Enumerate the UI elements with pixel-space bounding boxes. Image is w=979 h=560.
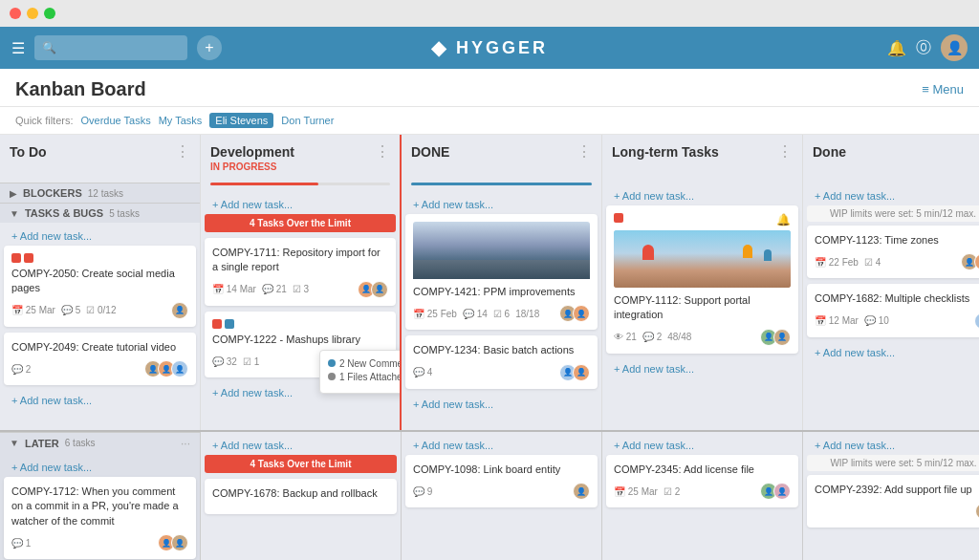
- card-compy-1712[interactable]: COMPY-1712: When you comment on a commit…: [4, 477, 196, 559]
- filter-don[interactable]: Don Turner: [281, 115, 334, 126]
- col-subtitle-dev: IN PROGRESS: [210, 162, 294, 172]
- hamburger-icon[interactable]: ☰: [11, 39, 25, 57]
- card-title-1234: COMPY-1234: Basic batch actions: [413, 343, 590, 357]
- add-task-todo[interactable]: + Add new task...: [4, 226, 196, 246]
- add-task-todo-2[interactable]: + Add new task...: [4, 391, 196, 410]
- date-1123: 📅 22 Feb: [815, 257, 859, 268]
- later-col-todo: ▼ LATER 6 tasks ··· + Add new task... CO…: [0, 432, 201, 560]
- user-avatar[interactable]: 👤: [941, 34, 968, 61]
- card-title-2050: COMPY-2050: Create social media pages: [11, 267, 188, 296]
- menu-link[interactable]: ≡ Menu: [922, 82, 964, 97]
- later-menu[interactable]: ···: [181, 437, 190, 450]
- later-col-longterm: + Add new task... COMPY-2345: Add licens…: [602, 432, 803, 560]
- add-task-done-inner[interactable]: + Add new task...: [405, 195, 598, 214]
- card-meta-1712: 💬 1 👤 👤: [11, 534, 188, 551]
- card-meta-2392: 👤: [815, 503, 979, 520]
- add-task-later-dev[interactable]: + Add new task...: [205, 436, 397, 455]
- maximize-dot[interactable]: [44, 8, 55, 19]
- help-icon[interactable]: ⓪: [916, 38, 931, 58]
- col-menu-todo[interactable]: ⋮: [175, 144, 190, 160]
- add-task-later-done-final[interactable]: + Add new task...: [807, 436, 979, 455]
- card-meta-1682: 📅 12 Mar 💬 10 👤: [815, 312, 979, 330]
- quick-filters-label: Quick filters:: [15, 115, 74, 126]
- top-nav: ☰ 🔍 + ◆ HYGGER 🔔 ⓪ 👤: [0, 27, 979, 69]
- search-bar[interactable]: 🔍: [34, 35, 187, 60]
- date-2050: 📅 25 Mar: [11, 305, 55, 315]
- notification-icon[interactable]: 🔔: [887, 39, 906, 57]
- avatar-1711-2: 👤: [371, 281, 388, 298]
- comments-1112: 💬 2: [642, 332, 662, 342]
- comments-1098: 💬 9: [413, 486, 432, 497]
- tooltip-1222: 2 New Comments 1 Files Attached: [319, 350, 400, 394]
- card-compy-1222[interactable]: COMPY-1222 - Mashups library 💬 32 ☑ 1 👤 …: [205, 312, 396, 377]
- score-1711: ☑ 3: [293, 284, 309, 294]
- priority-dot-red2: [24, 253, 33, 263]
- card-compy-1098[interactable]: COMPY-1098: Link board entity 💬 9 👤: [405, 455, 598, 507]
- add-task-later-done[interactable]: + Add new task...: [405, 436, 598, 455]
- date-1682: 📅 12 Mar: [815, 315, 859, 326]
- add-task-done-final[interactable]: + Add new task...: [807, 186, 979, 205]
- date-1421: 📅 25 Feb: [413, 309, 457, 319]
- done-inner-bar: [411, 183, 592, 185]
- card-compy-1112[interactable]: 🔔 COMPY-1112: Support portal integration…: [606, 205, 798, 354]
- later-toggle: ▼: [10, 438, 19, 448]
- col-menu-longterm[interactable]: ⋮: [777, 144, 793, 160]
- add-task-later-longterm[interactable]: + Add new task...: [606, 436, 798, 455]
- add-task-longterm[interactable]: + Add new task...: [606, 186, 798, 205]
- comments-1682: 💬 10: [864, 315, 889, 326]
- card-compy-1678[interactable]: COMPY-1678: Backup and rollback: [205, 479, 397, 514]
- filter-overdue[interactable]: Overdue Tasks: [81, 115, 151, 126]
- dev-progress-bar: [210, 183, 318, 185]
- minimize-dot[interactable]: [27, 8, 38, 19]
- card-compy-2050[interactable]: COMPY-2050: Create social media pages 📅 …: [4, 246, 196, 327]
- title-bar: [0, 0, 979, 27]
- nav-left: ☰ 🔍 +: [11, 35, 222, 60]
- section-tasks-bugs[interactable]: ▼ TASKS & BUGS 5 tasks: [0, 203, 200, 223]
- col-title-dev: Development: [210, 144, 294, 160]
- card-compy-2049[interactable]: COMPY-2049: Create tutorial video 💬 2 👤 …: [4, 333, 196, 385]
- brand-icon: ◆: [431, 36, 448, 59]
- card-title-1222: COMPY-1222 - Mashups library: [212, 333, 388, 347]
- avatar-2392-1: 👤: [975, 503, 979, 520]
- card-title-2049: COMPY-2049: Create tutorial video: [11, 340, 188, 355]
- close-dot[interactable]: [10, 8, 21, 19]
- card-compy-1421[interactable]: COMPY-1421: PPM improvements 📅 25 Feb 💬 …: [405, 214, 598, 330]
- tooltip-files: 1 Files Attached: [339, 372, 400, 382]
- card-title-1123: COMPY-1123: Time zones: [815, 233, 979, 248]
- avatar-2345-2: 👤: [773, 483, 791, 500]
- card-meta-2049: 💬 2 👤 👤 👤: [11, 360, 188, 377]
- column-done-final: Done ⋮ + Add new task... WIP limits were…: [803, 135, 979, 430]
- add-task-done-inner-2[interactable]: + Add new task...: [405, 395, 598, 414]
- filter-eli[interactable]: Eli Stevens: [209, 113, 273, 128]
- filter-mytasks[interactable]: My Tasks: [159, 115, 203, 126]
- add-task-longterm-2[interactable]: + Add new task...: [606, 359, 798, 378]
- col-menu-dev[interactable]: ⋮: [375, 144, 390, 160]
- blockers-count: 12 tasks: [88, 188, 123, 199]
- wip-banner-later: WIP limits were set: 5 min/12 max.: [807, 455, 979, 471]
- nav-right: 🔔 ⓪ 👤: [887, 34, 968, 61]
- card-compy-1711[interactable]: COMPY-1711: Repository import for a sing…: [205, 238, 396, 306]
- card-compy-1682[interactable]: COMPY-1682: Multiple checklists 📅 12 Mar…: [807, 284, 979, 336]
- card-compy-1234[interactable]: COMPY-1234: Basic batch actions 💬 4 👤 👤: [405, 335, 598, 388]
- tooltip-comments: 2 New Comments: [339, 358, 400, 369]
- add-button[interactable]: +: [197, 35, 222, 60]
- col-menu-done-inner[interactable]: ⋮: [577, 144, 592, 160]
- card-title-1098: COMPY-1098: Link board entity: [413, 463, 590, 477]
- section-blockers[interactable]: ▶ BLOCKERS 12 tasks: [0, 183, 200, 203]
- add-task-done-final-2[interactable]: + Add new task...: [807, 343, 979, 362]
- comments-1712: 💬 1: [11, 538, 31, 549]
- card-compy-1123[interactable]: COMPY-1123: Time zones 📅 22 Feb ☑ 4 👤 👤: [807, 226, 979, 278]
- date-1711: 📅 14 Mar: [212, 284, 256, 294]
- card-compy-2345[interactable]: COMPY-2345: Add license file 📅 25 Mar ☑ …: [606, 455, 798, 507]
- card-meta-1123: 📅 22 Feb ☑ 4 👤 👤: [815, 253, 979, 270]
- avatar-1234-2: 👤: [573, 364, 590, 381]
- section-later[interactable]: ▼ LATER 6 tasks ···: [0, 432, 200, 454]
- card-compy-2392[interactable]: COMPY-2392: Add support file up 👤: [807, 475, 979, 528]
- add-task-later-todo[interactable]: + Add new task...: [4, 458, 196, 477]
- col-header-done-final: Done ⋮: [803, 135, 979, 183]
- avatar-2050-1: 👤: [171, 302, 188, 319]
- card-title-2345: COMPY-2345: Add license file: [614, 463, 791, 477]
- add-task-dev[interactable]: + Add new task...: [205, 195, 396, 214]
- card-meta-2345: 📅 25 Mar ☑ 2 👤 👤: [614, 483, 791, 500]
- card-meta-1112: 👁 21 💬 2 48/48 👤 👤: [614, 329, 791, 346]
